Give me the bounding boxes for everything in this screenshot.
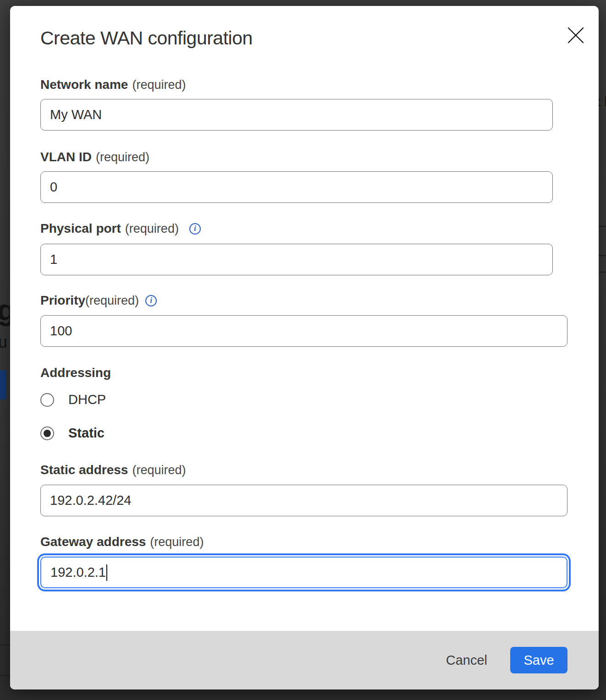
background-table-line: [0, 645, 10, 645]
background-table-line: [0, 675, 10, 676]
close-button[interactable]: [565, 24, 587, 46]
background-table-line: [599, 226, 606, 227]
save-button[interactable]: Save: [510, 647, 567, 673]
background-table-line: [599, 255, 606, 256]
gateway-address-label: Gateway address: [40, 535, 146, 549]
background-table-line: [599, 272, 606, 273]
field-gateway-address: Gateway address (required) 192.0.2.1: [40, 535, 599, 588]
network-name-value: My WAN: [50, 107, 102, 122]
vlan-id-value: 0: [50, 180, 57, 195]
gateway-address-input[interactable]: 192.0.2.1: [40, 557, 567, 588]
info-icon[interactable]: i: [189, 223, 201, 235]
required-hint: (required): [96, 150, 149, 164]
radio-option-static[interactable]: Static: [40, 426, 599, 440]
physical-port-value: 1: [50, 252, 57, 267]
background-text-fragment: u: [0, 333, 7, 352]
field-vlan-id: VLAN ID (required) 0: [40, 150, 599, 203]
required-hint: (required): [132, 463, 186, 477]
radio-label-static: Static: [68, 426, 105, 441]
static-address-label: Static address: [40, 463, 128, 477]
required-hint: (required): [125, 222, 179, 236]
static-address-value: 192.0.2.42/24: [50, 493, 131, 508]
dialog-body: Network name (required) My WAN VLAN ID (…: [10, 78, 599, 588]
radio-label-dhcp: DHCP: [68, 392, 106, 407]
required-hint: (required): [150, 535, 204, 549]
field-priority: Priority (required) i 100: [40, 294, 599, 347]
required-hint: (required): [85, 294, 139, 308]
physical-port-input[interactable]: 1: [40, 244, 553, 275]
dialog-footer: Cancel Save: [10, 631, 599, 689]
field-physical-port: Physical port (required) i 1: [40, 222, 599, 275]
radio-button-dhcp[interactable]: [40, 393, 54, 407]
network-name-label: Network name: [40, 77, 128, 92]
vlan-id-label: VLAN ID: [40, 150, 92, 164]
radio-option-dhcp[interactable]: DHCP: [40, 393, 599, 407]
field-network-name: Network name (required) My WAN: [40, 78, 599, 131]
network-name-input[interactable]: My WAN: [40, 99, 553, 131]
physical-port-label: Physical port: [40, 221, 121, 236]
info-icon[interactable]: i: [145, 295, 157, 306]
priority-value: 100: [50, 323, 72, 339]
radio-button-static[interactable]: [40, 427, 54, 440]
gateway-address-value: 192.0.2.1: [50, 565, 106, 580]
cancel-button[interactable]: Cancel: [446, 653, 487, 668]
priority-label: Priority: [40, 293, 85, 308]
dialog-title: Create WAN configuration: [40, 27, 599, 49]
text-cursor: [106, 564, 107, 581]
static-address-input[interactable]: 192.0.2.42/24: [40, 485, 567, 516]
background-button-fragment: [0, 370, 6, 399]
close-icon: [567, 27, 584, 44]
vlan-id-input[interactable]: 0: [40, 171, 553, 203]
addressing-group-label: Addressing: [40, 366, 599, 379]
field-static-address: Static address (required) 192.0.2.42/24: [40, 463, 599, 516]
required-hint: (required): [132, 78, 186, 92]
create-wan-configuration-dialog: Create WAN configuration Network name (r…: [10, 6, 599, 689]
priority-input[interactable]: 100: [40, 315, 567, 347]
